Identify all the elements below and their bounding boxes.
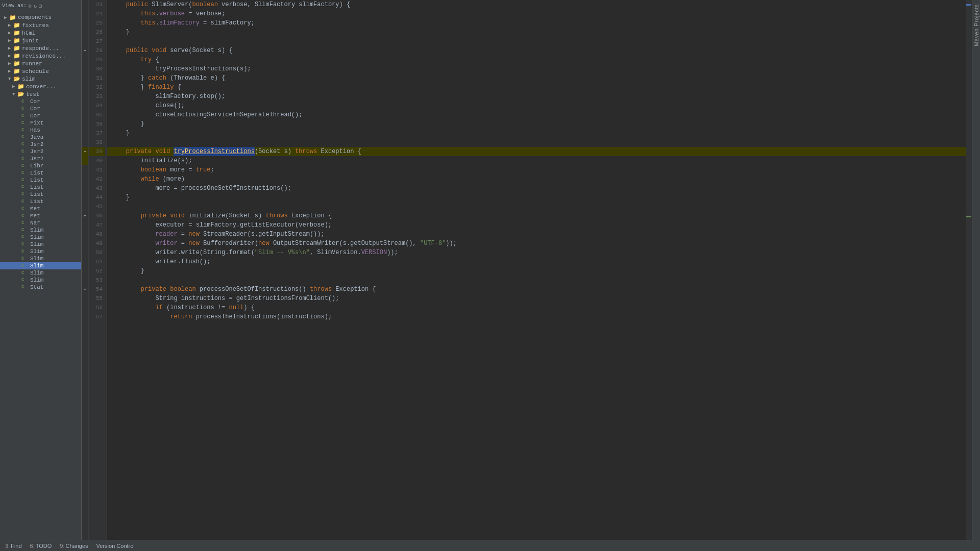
class-icon: C (21, 99, 29, 104)
class-icon: C (21, 242, 29, 247)
arrow-open-icon: ▼ (12, 92, 17, 97)
sidebar-toolbar: View as: ⚙ ↻ ⊟ (0, 0, 81, 12)
line-num-45: 45 (89, 202, 105, 211)
sidebar-item-label: components (18, 14, 52, 20)
line-num-44: 44 (89, 193, 105, 202)
line-num-42: 42 (89, 174, 105, 184)
code-line-52: } (111, 266, 962, 276)
code-area[interactable]: public SlimServer(boolean verbose, SlimF… (107, 0, 966, 540)
sidebar-item-list4[interactable]: C List (0, 191, 81, 198)
sidebar-item-label: revisionco... (22, 53, 66, 59)
code-line-27 (111, 37, 962, 46)
toolbar-icon-cog[interactable]: ⚙ (29, 3, 32, 9)
sidebar-item-slim[interactable]: ▼ 📂 slim (0, 75, 81, 83)
sidebar-item-label: Slim (30, 277, 43, 283)
sidebar-item-slim5[interactable]: C Slim (0, 255, 81, 262)
sidebar-item-list2[interactable]: C List (0, 177, 81, 184)
sidebar-tree: ▶ 📁 components ▶ 📁 fixtures ▶ 📁 html ▶ 📁… (0, 12, 81, 551)
sidebar-item-met2[interactable]: C Met (0, 212, 81, 219)
bottom-tab-changes[interactable]: 9: Changes (82, 542, 91, 550)
arrow-icon: ▶ (8, 38, 13, 43)
sidebar-item-label: Has (30, 127, 40, 133)
line-num-40: 40 (89, 156, 105, 165)
sidebar-item-has[interactable]: C Has (0, 127, 81, 134)
sidebar-item-label: junit (22, 38, 39, 44)
sidebar-item-jsr3[interactable]: C Jsr2 (0, 155, 81, 162)
folder-icon: 📁 (9, 14, 16, 21)
arrow-icon: ▶ (8, 68, 13, 74)
sidebar-item-cor2[interactable]: C Cor (0, 105, 81, 112)
fold-marker-54[interactable]: ▾ (82, 285, 88, 294)
sidebar-item-responder[interactable]: ▶ 📁 responde... (0, 44, 81, 52)
toolbar-icon-sync[interactable]: ↻ (34, 3, 37, 9)
sidebar-item-converter[interactable]: ▶ 📁 conver... (0, 83, 81, 90)
sidebar-item-list1[interactable]: C List (0, 169, 81, 177)
line-num-56: 56 (89, 303, 105, 312)
sidebar-item-html[interactable]: ▶ 📁 html (0, 29, 81, 37)
line-num-43: 43 (89, 184, 105, 193)
sidebar-item-list5[interactable]: C List (0, 198, 81, 205)
line-num-34: 34 (89, 101, 105, 110)
sidebar-item-slim3[interactable]: C Slim (0, 241, 81, 248)
sidebar-item-jsr2[interactable]: C Jsr2 (0, 148, 81, 155)
fold-marker-46[interactable]: ▾ (82, 211, 88, 220)
sidebar-item-junit[interactable]: ▶ 📁 junit (0, 37, 81, 44)
sidebar-item-fixt[interactable]: C Fixt (0, 119, 81, 127)
arrow-icon: ▶ (8, 22, 13, 28)
sidebar-item-slim1[interactable]: C Slim (0, 227, 81, 234)
line-num-25: 25 (89, 18, 105, 28)
line-num-35: 35 (89, 110, 105, 119)
code-line-55: String instructions = getInstructionsFro… (111, 294, 962, 303)
code-line-50: writer.write(String.format("Slim -- V%s\… (111, 248, 962, 257)
sidebar-item-java[interactable]: C Java (0, 134, 81, 141)
editor-container: ▾ ▾ ▾ (82, 0, 972, 551)
line-num-30: 30 (89, 64, 105, 73)
maven-tab-label: Maven Projects (973, 4, 979, 46)
line-num-53: 53 (89, 276, 105, 285)
sidebar-item-cor1[interactable]: C Cor (0, 98, 81, 105)
line-num-26: 26 (89, 28, 105, 37)
sidebar-item-slim7[interactable]: C Slim (0, 269, 81, 277)
folder-icon: 📁 (13, 37, 20, 44)
sidebar-item-schedule[interactable]: ▶ 📁 schedule (0, 67, 81, 75)
line-num-24: 24 (89, 9, 105, 18)
sidebar-item-slim2[interactable]: C Slim (0, 234, 81, 241)
sidebar-item-libr[interactable]: C Libr (0, 162, 81, 169)
arrow-icon: ▶ (8, 53, 13, 59)
code-line-48: reader = new StreamReader(s.getInputStre… (111, 230, 962, 239)
sidebar-item-slim6[interactable]: C Slim (0, 262, 81, 269)
code-line-49: writer = new BufferedWriter(new OutputSt… (111, 239, 962, 248)
bottom-tab-version-control[interactable]: Version Control (93, 542, 138, 550)
sidebar-item-jsr1[interactable]: C Jsr2 (0, 141, 81, 148)
sidebar-item-nar[interactable]: C Nar (0, 219, 81, 227)
sidebar-item-stat[interactable]: C Stat (0, 284, 81, 291)
code-line-56: if (instructions != null) { (111, 303, 962, 312)
maven-projects-tab[interactable]: Maven Projects (972, 0, 980, 551)
sidebar-item-cor3[interactable]: C Cor (0, 112, 81, 119)
sidebar-item-label: Slim (30, 256, 43, 262)
sidebar-item-label: Slim (30, 241, 43, 247)
fold-marker-28[interactable]: ▾ (82, 46, 88, 55)
view-as-label: View as: (2, 3, 27, 9)
sidebar-item-met1[interactable]: C Met (0, 205, 81, 212)
fold-marker-39[interactable]: ▾ (82, 147, 88, 156)
sidebar-item-components[interactable]: ▶ 📁 components (0, 13, 81, 21)
sidebar-item-fixtures[interactable]: ▶ 📁 fixtures (0, 21, 81, 29)
sidebar-item-label: List (30, 191, 43, 197)
sidebar-item-slim4[interactable]: C Slim (0, 248, 81, 255)
sidebar-item-runner[interactable]: ▶ 📁 runner (0, 60, 81, 67)
line-num-31: 31 (89, 73, 105, 83)
arrow-icon: ▶ (4, 15, 9, 20)
sidebar-item-test[interactable]: ▼ 📂 test (0, 90, 81, 98)
sidebar-item-slim8[interactable]: C Slim (0, 277, 81, 284)
class-icon: C (21, 142, 29, 147)
toolbar-icon-collapse[interactable]: ⊟ (39, 3, 42, 9)
class-icon: C (21, 135, 29, 140)
class-icon: C (21, 120, 29, 126)
code-line-29: try { (111, 55, 962, 64)
class-icon: C (21, 249, 29, 254)
sidebar-item-revision[interactable]: ▶ 📁 revisionco... (0, 52, 81, 60)
class-icon: C (21, 263, 29, 268)
sidebar-item-list3[interactable]: C List (0, 184, 81, 191)
class-icon: C (21, 106, 29, 111)
